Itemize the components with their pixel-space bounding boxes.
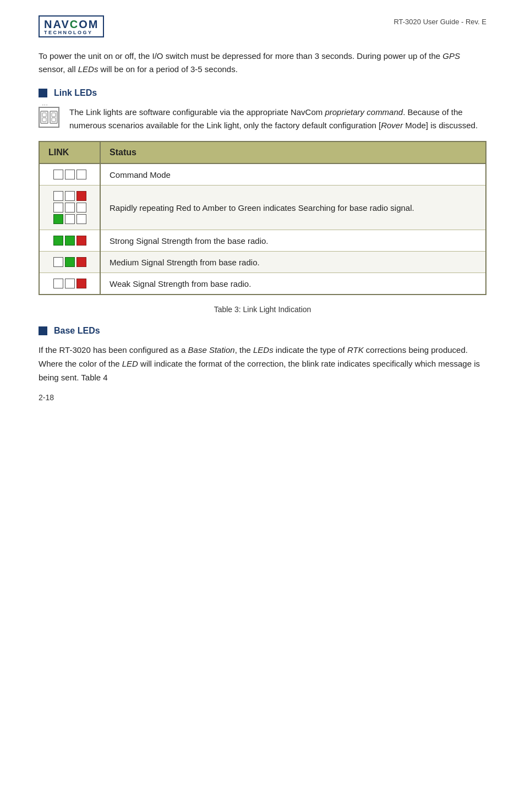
- led-indicator-cell-4: [40, 252, 100, 273]
- link-leds-heading-row: Link LEDs: [39, 88, 486, 98]
- base-leds-description: If the RT-3020 has been configured as a …: [39, 344, 486, 384]
- intro-leds-italic: LEDs: [78, 64, 99, 74]
- status-cell-4: Medium Signal Strength from base radio.: [100, 252, 485, 273]
- svg-rect-2: [42, 118, 46, 122]
- led-box-red: [76, 236, 86, 246]
- led-box-red: [76, 257, 86, 267]
- page-number: 2-18: [39, 393, 486, 402]
- led-cell-3: [48, 236, 91, 246]
- svg-rect-1: [42, 113, 46, 117]
- rover-italic: Rover: [381, 121, 403, 130]
- table-header-row: LINK Status: [40, 142, 485, 164]
- page: NAVCOM TECHNOLOGY RT-3020 User Guide - R…: [0, 0, 525, 812]
- led-cell-2: [48, 191, 91, 224]
- status-text-4: Medium Signal Strength from base radio.: [110, 258, 260, 267]
- proprietary-command-italic: proprietary command: [325, 107, 403, 117]
- led-box-green: [65, 257, 75, 267]
- led-box-green: [65, 236, 75, 246]
- logo-com: C: [70, 18, 79, 30]
- logo-nav: NAV: [44, 18, 70, 30]
- led-box-red: [76, 191, 86, 201]
- led-box: [65, 170, 75, 179]
- table-row: Strong Signal Strength from the base rad…: [40, 230, 485, 252]
- bullet-square-base: [39, 326, 47, 335]
- logo-tech: TECHNOLOGY: [44, 30, 99, 35]
- led-box: [76, 214, 86, 224]
- col-link-header: LINK: [40, 142, 100, 164]
- led-box: [76, 170, 86, 179]
- led-box: [53, 203, 63, 212]
- led-cell-1: [48, 170, 91, 179]
- led-box-red: [76, 279, 86, 288]
- svg-rect-5: [52, 118, 56, 122]
- svg-rect-4: [52, 113, 56, 117]
- link-leds-desc: The Link lights are software configurabl…: [69, 106, 486, 132]
- col-status-header: Status: [100, 142, 485, 164]
- led-row-2b: [53, 203, 86, 212]
- led-row-3: [53, 236, 86, 246]
- table-row: Medium Signal Strength from base radio.: [40, 252, 485, 273]
- led-box-green: [53, 236, 63, 246]
- bullet-square-link: [39, 89, 47, 97]
- intro-gps-italic: GPS: [442, 51, 460, 61]
- led-box: [65, 203, 75, 212]
- header-doc-title: RT-3020 User Guide - Rev. E: [393, 15, 486, 26]
- led-box: [76, 203, 86, 212]
- table-row: Weak Signal Strength from base radio.: [40, 273, 485, 295]
- led-row-5: [53, 279, 86, 288]
- led-cell-4: [48, 257, 91, 267]
- table-row: Rapidly repeating Red to Amber to Green …: [40, 186, 485, 230]
- link-leds-description-row: The Link lights are software configurabl…: [39, 106, 486, 132]
- led-cell-5: [48, 279, 91, 288]
- led-box: [65, 279, 75, 288]
- led-row-2a: [53, 191, 86, 201]
- led-box: [65, 214, 75, 224]
- logo-navcom: NAVCOM: [44, 19, 99, 30]
- led-box: [65, 191, 75, 201]
- table-caption: Table 3: Link Light Indication: [39, 305, 486, 314]
- led-box: [53, 279, 63, 288]
- logo-box: NAVCOM TECHNOLOGY: [39, 15, 104, 37]
- led-box: [53, 170, 63, 179]
- status-text-5: Weak Signal Strength from base radio.: [110, 279, 251, 288]
- led-box-green: [53, 214, 63, 224]
- led-indicator-cell-3: [40, 230, 100, 252]
- base-leds-heading: Base LEDs: [54, 326, 100, 336]
- intro-paragraph: To power the unit on or off, the I/O swi…: [39, 50, 486, 76]
- link-leds-table-container: LINK Status: [39, 141, 486, 295]
- led-icon-svg: [40, 108, 58, 127]
- leds-italic: LEDs: [253, 345, 274, 355]
- led-box: [53, 257, 63, 267]
- led-row-1: [53, 170, 86, 179]
- led-indicator-cell-1: [40, 164, 100, 186]
- header: NAVCOM TECHNOLOGY RT-3020 User Guide - R…: [39, 15, 486, 37]
- status-cell-3: Strong Signal Strength from the base rad…: [100, 230, 485, 252]
- status-cell-2: Rapidly repeating Red to Amber to Green …: [100, 186, 485, 230]
- led-indicator-cell-2: [40, 186, 100, 230]
- rtk-italic: RTK: [347, 345, 364, 355]
- led-row-2c: [53, 214, 86, 224]
- led-icon-placeholder: [39, 107, 59, 128]
- status-text-3: Strong Signal Strength from the base rad…: [110, 236, 269, 246]
- status-text-1: Command Mode: [110, 170, 171, 179]
- base-leds-heading-row: Base LEDs: [39, 326, 486, 336]
- status-text-2: Rapidly repeating Red to Amber to Green …: [110, 203, 414, 212]
- status-cell-1: Command Mode: [100, 164, 485, 186]
- logo-area: NAVCOM TECHNOLOGY: [39, 15, 104, 37]
- table-row: Command Mode: [40, 164, 485, 186]
- status-cell-5: Weak Signal Strength from base radio.: [100, 273, 485, 295]
- link-leds-heading: Link LEDs: [54, 88, 97, 98]
- logo-com2: OM: [79, 18, 99, 30]
- led-italic: LED: [122, 359, 138, 368]
- led-indicator-cell-5: [40, 273, 100, 295]
- base-station-italic: Base Station: [188, 345, 235, 355]
- led-box: [53, 191, 63, 201]
- link-leds-table: LINK Status: [40, 142, 485, 294]
- led-row-4: [53, 257, 86, 267]
